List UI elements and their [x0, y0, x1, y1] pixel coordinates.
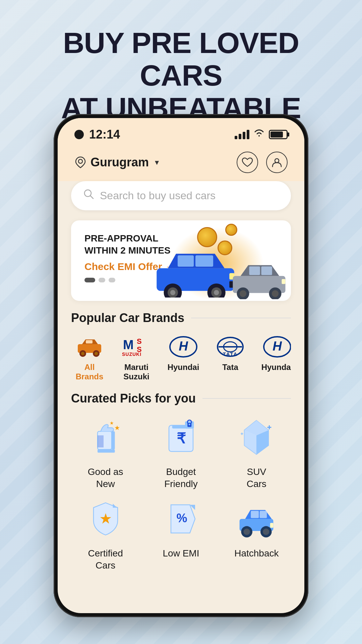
profile-button[interactable] [266, 152, 288, 173]
svg-point-20 [272, 290, 279, 297]
brand-all-brands[interactable]: All Brands [71, 335, 108, 381]
grey-car-icon [227, 259, 291, 299]
brands-row: All Brands M S S [71, 335, 291, 381]
svg-rect-16 [261, 266, 272, 275]
phone-screen: 12:14 [58, 118, 304, 613]
location-selector[interactable]: Gurugram ▾ [74, 155, 159, 169]
svg-rect-63 [251, 511, 259, 518]
budget-friendly-icon: ₹ [159, 416, 203, 459]
hatchback-car-icon [236, 499, 277, 539]
svg-text:S: S [137, 337, 142, 345]
hatchback-icon [235, 497, 278, 541]
curated-picks-header: Curated Picks for you [71, 391, 291, 406]
svg-point-51 [189, 424, 190, 425]
suv-cars-icon [235, 416, 278, 459]
svg-point-68 [263, 529, 269, 535]
brand-hyundai-2[interactable]: H Hyundai [259, 335, 291, 381]
popular-brands-title: Popular Car Brands [71, 311, 184, 325]
wifi-icon [253, 129, 265, 140]
emi-banner[interactable]: PRE-APPROVAL WITHIN 2 MINUTES Check EMI … [71, 220, 291, 301]
screen-inner: 12:14 [58, 118, 304, 613]
brand-hyundai-1[interactable]: H Hyundai [165, 335, 202, 381]
section-divider [191, 318, 291, 318]
status-time-area: 12:14 [74, 127, 120, 142]
svg-text:H: H [273, 339, 282, 353]
curated-good-as-new[interactable]: ★ ★ Good asNew [71, 416, 140, 490]
profile-icon [271, 157, 283, 168]
signal-bar-4 [247, 130, 249, 139]
thumbs-up-icon: ★ ★ [85, 417, 126, 458]
curated-certified[interactable]: ★ CertifiedCars [71, 497, 140, 572]
hyundai-2-label: Hyundai [261, 363, 291, 372]
svg-point-11 [214, 290, 219, 295]
budget-friendly-label: BudgetFriendly [164, 466, 198, 490]
signal-bars [235, 130, 249, 139]
svg-text:H: H [179, 339, 188, 353]
curated-picks-section: Curated Picks for you [58, 391, 304, 582]
dot-3[interactable] [109, 278, 115, 282]
brand-maruti-suzuki[interactable]: M S S SUZUKI Maruti Suzuki [118, 335, 155, 381]
svg-rect-42 [98, 449, 115, 453]
all-brands-label: All Brands [71, 363, 108, 381]
wallet-icon: ₹ [161, 417, 201, 458]
svg-point-1 [275, 159, 279, 163]
tata-logo-icon: TATA [215, 335, 245, 359]
good-as-new-label: Good asNew [88, 466, 123, 490]
svg-text:₹: ₹ [176, 430, 186, 446]
hyundai-logo-2: H [262, 335, 291, 359]
search-placeholder-text: Search to buy used cars [100, 190, 216, 202]
dot-2[interactable] [99, 278, 105, 282]
tata-label: Tata [222, 363, 238, 372]
dot-1[interactable] [84, 278, 95, 282]
curated-budget-friendly[interactable]: ₹ BudgetFriendly [146, 416, 215, 490]
svg-rect-5 [195, 255, 213, 267]
certified-icon: ★ [84, 497, 127, 541]
svg-point-25 [81, 352, 84, 355]
coin-decoration-1 [197, 227, 217, 247]
svg-point-18 [240, 290, 246, 297]
battery-icon [269, 130, 288, 139]
svg-rect-64 [260, 511, 267, 518]
svg-rect-15 [249, 266, 260, 275]
hyundai-logo-1: H [168, 335, 198, 359]
tag-percent-icon: % [161, 499, 201, 539]
maruti-label: Maruti Suzuki [118, 363, 155, 381]
low-emi-label: Low EMI [163, 547, 199, 559]
svg-point-66 [244, 529, 250, 535]
svg-rect-4 [178, 255, 194, 267]
phone-mockup: 12:14 [54, 114, 308, 617]
brand-tata[interactable]: TATA Tata [212, 335, 249, 381]
shield-star-icon: ★ [85, 499, 126, 539]
curated-grid: ★ ★ Good asNew [71, 416, 291, 572]
signal-bar-1 [235, 136, 237, 139]
hero-title-line1: BUY PRE LOVED CARS [63, 26, 299, 92]
hyundai-logo-icon-2: H [262, 335, 291, 359]
hatchback-label: Hatchback [234, 547, 279, 559]
svg-text:SUZUKI: SUZUKI [122, 352, 141, 357]
hyundai-logo-icon-1: H [168, 335, 198, 359]
svg-rect-21 [282, 279, 285, 284]
location-text: Gurugram [90, 155, 149, 169]
curated-picks-title: Curated Picks for you [71, 391, 196, 406]
location-icon [74, 156, 86, 168]
svg-rect-69 [270, 523, 274, 528]
wishlist-button[interactable] [237, 152, 258, 173]
svg-point-27 [95, 352, 98, 355]
curated-hatchback[interactable]: Hatchback [222, 497, 291, 572]
curated-suv-cars[interactable]: SUVCars [222, 416, 291, 490]
coin-decoration-3 [225, 224, 237, 236]
clock: 12:14 [89, 127, 120, 142]
good-as-new-icon: ★ ★ [84, 416, 127, 459]
diamond-car-icon [236, 417, 277, 458]
popular-brands-header: Popular Car Brands [71, 311, 291, 325]
signal-bar-3 [243, 132, 245, 139]
status-bar: 12:14 [58, 118, 304, 145]
search-bar[interactable]: Search to buy used cars [71, 181, 291, 210]
curated-low-emi[interactable]: % Low EMI [146, 497, 215, 572]
tata-logo: TATA [215, 335, 245, 359]
suv-cars-label: SUVCars [247, 466, 266, 490]
nav-icons [237, 152, 288, 173]
svg-text:★: ★ [99, 511, 112, 527]
popular-brands-section: Popular Car Brands [58, 311, 304, 391]
certified-label: CertifiedCars [88, 547, 123, 572]
